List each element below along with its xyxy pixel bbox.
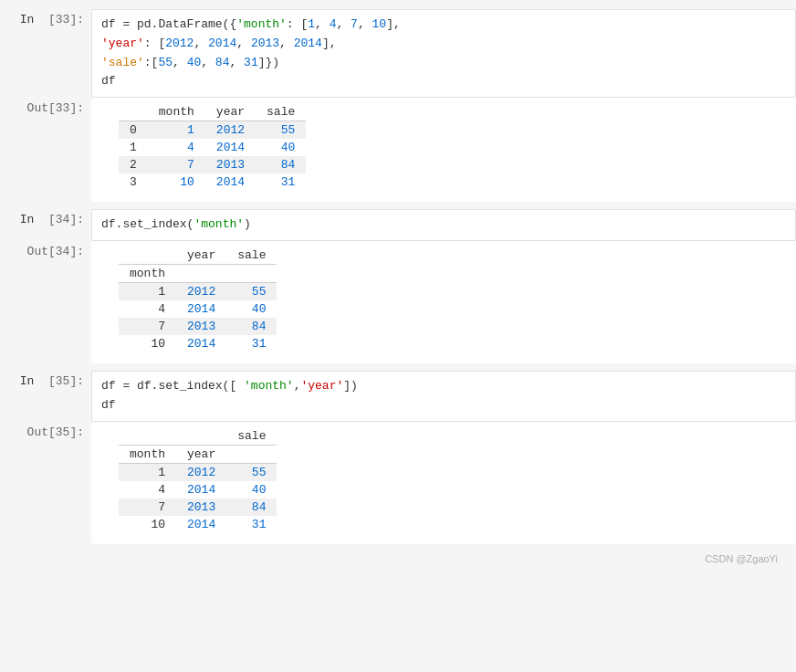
table-row: 3 10 2014 31: [119, 173, 306, 191]
col-header-month: month: [148, 103, 205, 121]
cell-body-in-34[interactable]: df.set_index('month'): [91, 209, 796, 241]
notebook: In [33]: df = pd.DataFrame({'month': [1,…: [0, 0, 796, 573]
cell-body-out-35: sale month year 1 2012 55 4: [91, 422, 796, 544]
cell-out-35: Out[35]: sale month year: [0, 422, 796, 544]
table-row: 0 1 2012 55: [119, 121, 306, 140]
index-name-month: month: [119, 445, 176, 463]
cell-label-in-35: In [35]:: [0, 371, 91, 422]
table-row: 4 2014 40: [119, 300, 277, 318]
cell-body-out-33: month year sale 0 1 2012 55 1 4: [91, 98, 796, 202]
table-row: 10 2014 31: [119, 335, 277, 352]
cell-label-out-34: Out[34]:: [0, 241, 91, 363]
col-header-year: year: [176, 247, 226, 265]
cell-in-34: In [34]: df.set_index('month'): [0, 209, 796, 241]
table-row: 2 7 2013 84: [119, 156, 306, 173]
cell-label-in-33: In [33]:: [0, 9, 91, 98]
col-header-sale: sale: [226, 247, 277, 265]
cell-in-35: In [35]: df = df.set_index([ 'month','ye…: [0, 371, 796, 422]
table-row: 1 2012 55: [119, 282, 277, 300]
code-line: 'year': [2012, 2014, 2013, 2014],: [101, 35, 786, 54]
cell-label-in-34: In [34]:: [0, 209, 91, 241]
cell-label-out-33: Out[33]:: [0, 98, 91, 202]
code-line: df: [101, 72, 786, 91]
dataframe-table-34: year sale month 1 2012 55: [119, 247, 277, 352]
code-line: df = df.set_index([ 'month','year']): [101, 377, 786, 396]
code-line: df.set_index('month'): [101, 215, 786, 235]
watermark: CSDN @ZgaoYi: [0, 544, 796, 564]
cell-out-34: Out[34]: year sale month: [0, 241, 796, 363]
dataframe-table-33: month year sale 0 1 2012 55 1 4: [119, 103, 306, 191]
col-header-sale: sale: [226, 427, 277, 446]
table-row: 10 2014 31: [119, 516, 277, 533]
col-header-index: [119, 103, 148, 121]
dataframe-table-35: sale month year 1 2012 55 4: [119, 427, 277, 533]
table-row: 4 2014 40: [119, 481, 277, 499]
col-header-index-name: [119, 247, 176, 265]
cell-in-33: In [33]: df = pd.DataFrame({'month': [1,…: [0, 9, 796, 98]
code-line: df = pd.DataFrame({'month': [1, 4, 7, 10…: [101, 16, 786, 35]
table-row: 7 2013 84: [119, 318, 277, 335]
col-header-sale: sale: [256, 103, 306, 121]
cell-body-in-33[interactable]: df = pd.DataFrame({'month': [1, 4, 7, 10…: [91, 9, 796, 98]
index-name-label: month: [119, 264, 176, 282]
table-row: 1 2012 55: [119, 463, 277, 481]
cell-label-out-35: Out[35]:: [0, 422, 91, 544]
table-row: 7 2013 84: [119, 499, 277, 516]
col-header-year: year: [205, 103, 256, 121]
code-line: df: [101, 396, 786, 415]
cell-out-33: Out[33]: month year sale 0 1 2012: [0, 98, 796, 202]
code-line: 'sale':[55, 40, 84, 31]}): [101, 54, 786, 73]
table-row: 1 4 2014 40: [119, 139, 306, 156]
cell-body-out-34: year sale month 1 2012 55: [91, 241, 796, 363]
index-name-year: year: [176, 445, 226, 463]
cell-body-in-35[interactable]: df = df.set_index([ 'month','year']) df: [91, 371, 796, 422]
